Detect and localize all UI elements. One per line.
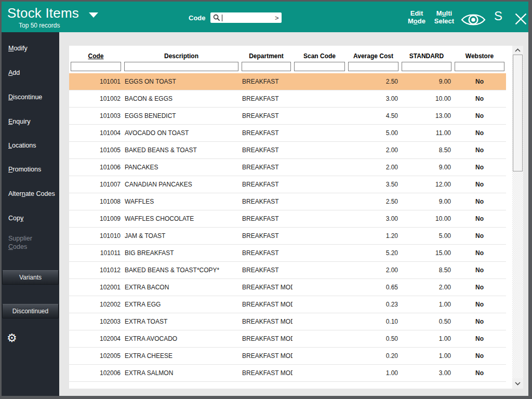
table-row[interactable]: 101005BAKED BEANS & TOASTBREAKFAST2.008.…	[69, 142, 506, 159]
column-header-department[interactable]: Department	[240, 46, 292, 61]
filter-cell	[123, 61, 240, 72]
sidebar-item-add[interactable]: Add	[8, 69, 20, 77]
cell-description: EXTRA SALMON	[123, 365, 240, 381]
search-go-button[interactable]: >	[274, 14, 279, 22]
visibility-eye-button[interactable]	[461, 12, 486, 30]
cell-standard: 12.00	[400, 176, 453, 193]
cell-standard: 10.00	[400, 210, 453, 227]
cell-department: BREAKFAST	[240, 73, 292, 90]
column-header-standard[interactable]: STANDARD	[400, 46, 453, 61]
filter-average-cost-input[interactable]	[348, 62, 398, 71]
scroll-down-button[interactable]	[512, 378, 523, 389]
cell-description: WAFFLES CHOCOLATE	[123, 210, 240, 227]
column-header-webstore[interactable]: Webstore	[453, 46, 506, 61]
table-row[interactable]: 102004EXTRA AVOCADOBREAKFAST MODS0.501.0…	[69, 330, 506, 348]
table-header-row: CodeDescriptionDepartmentScan CodeAverag…	[69, 46, 506, 61]
cell-standard: 9.00	[400, 193, 453, 210]
filter-cell	[400, 61, 453, 72]
sidebar-item-discontinue[interactable]: Discontinue	[8, 93, 42, 101]
cell-department: BREAKFAST	[240, 142, 292, 158]
cell-average-cost: 2.00	[347, 142, 400, 158]
sidebar-item-copy[interactable]: Copy	[8, 214, 23, 222]
column-header-scan-code[interactable]: Scan Code	[292, 46, 347, 61]
cell-standard: 1.00	[400, 330, 453, 347]
table-row[interactable]: 101006PANCAKESBREAKFAST2.009.00No	[69, 159, 506, 176]
cell-scan-code	[292, 228, 347, 244]
page-title: Stock Items	[7, 5, 79, 21]
title-dropdown-icon[interactable]	[89, 12, 98, 18]
cell-average-cost: 1.20	[347, 228, 400, 244]
discontinued-button[interactable]: Discontinued	[2, 304, 59, 318]
table-row[interactable]: 101009WAFFLES CHOCOLATEBREAKFAST3.0010.0…	[69, 210, 506, 228]
sidebar-item-promotions[interactable]: Promotions	[8, 165, 41, 174]
eye-icon	[461, 12, 486, 28]
search-input[interactable]	[222, 14, 274, 21]
cell-scan-code	[292, 313, 347, 330]
vertical-scrollbar[interactable]	[512, 46, 523, 389]
edit-mode-button[interactable]: Edit Mode	[401, 9, 433, 25]
table-row[interactable]: 101010JAM & TOASTBREAKFAST1.205.00No	[69, 228, 506, 245]
cell-department: BREAKFAST MODS	[240, 365, 292, 381]
filter-webstore-input[interactable]	[455, 62, 504, 71]
search-box[interactable]: >	[210, 12, 282, 23]
scroll-up-button[interactable]	[512, 46, 523, 55]
column-header-description[interactable]: Description	[123, 46, 240, 61]
cell-webstore: No	[453, 330, 506, 347]
cell-department: BREAKFAST MODS	[240, 279, 292, 296]
table-row[interactable]: 101002BACON & EGGSBREAKFAST3.0010.00No	[69, 90, 506, 108]
table-row[interactable]: 102005EXTRA CHEESEBREAKFAST MODS0.201.00…	[69, 348, 506, 365]
filter-cell	[453, 61, 506, 72]
filter-department-input[interactable]	[242, 62, 291, 71]
table-row[interactable]: 101012BAKED BEANS & TOAST*COPY*BREAKFAST…	[69, 262, 506, 279]
multi-select-button[interactable]: Multi Select	[429, 9, 460, 25]
cell-code: 102004	[69, 330, 123, 347]
cell-standard: 15.00	[400, 245, 453, 261]
cell-scan-code	[292, 365, 347, 381]
filter-standard-input[interactable]	[402, 62, 451, 71]
cell-webstore: No	[453, 296, 506, 313]
table-row[interactable]: 101007CANADIAN PANCAKESBREAKFAST3.5012.0…	[69, 176, 506, 193]
variants-button[interactable]: Variants	[2, 270, 59, 285]
cell-average-cost: 3.00	[347, 90, 400, 107]
table-row[interactable]: 101001EGGS ON TOASTBREAKFAST2.509.00No	[69, 73, 506, 90]
cell-webstore: No	[453, 210, 506, 227]
filter-cell	[347, 61, 400, 72]
filter-scan-code-input[interactable]	[294, 62, 345, 71]
sidebar-item-enquiry[interactable]: Enquiry	[8, 117, 30, 126]
sidebar-item-locations[interactable]: Locations	[8, 141, 36, 150]
cell-standard: 0.50	[400, 313, 453, 330]
table-row[interactable]: 102001EXTRA BACONBREAKFAST MODS0.652.00N…	[69, 279, 506, 296]
table-row[interactable]: 102002EXTRA EGGBREAKFAST MODS0.231.00No	[69, 296, 506, 313]
column-header-average-cost[interactable]: Average Cost	[347, 46, 400, 61]
search-block: Code >	[189, 12, 282, 23]
table-row[interactable]: 102006EXTRA SALMONBREAKFAST MODS1.003.00…	[69, 365, 506, 382]
cell-scan-code	[292, 210, 347, 227]
sidebar-item-alternate-codes[interactable]: Alternate Codes	[8, 190, 55, 198]
cell-description: EXTRA CHEESE	[123, 348, 240, 364]
cell-code: 101006	[69, 159, 123, 176]
cell-average-cost: 2.00	[347, 262, 400, 278]
settings-gear-button[interactable]: ⚙	[7, 332, 17, 344]
filter-description-input[interactable]	[124, 62, 238, 71]
cell-average-cost: 5.00	[347, 125, 400, 141]
cell-average-cost: 3.50	[347, 176, 400, 193]
cell-average-cost: 3.00	[347, 210, 400, 227]
table-row[interactable]: 101004AVOCADO ON TOASTBREAKFAST5.0011.00…	[69, 125, 506, 142]
scrollbar-thumb[interactable]	[513, 55, 523, 171]
table-row[interactable]: 102003EXTRA TOASTBREAKFAST MODS0.100.50N…	[69, 313, 506, 330]
close-button[interactable]	[514, 12, 527, 28]
cell-standard: 9.00	[400, 73, 453, 90]
sidebar-item-modify[interactable]: Modify	[8, 44, 28, 52]
s-button[interactable]: S	[494, 9, 502, 23]
column-header-code[interactable]: Code	[69, 46, 123, 61]
table-row[interactable]: 101011BIG BREAKFASTBREAKFAST5.2015.00No	[69, 245, 506, 262]
table-row[interactable]: 101003EGGS BENEDICTBREAKFAST4.5013.00No	[69, 108, 506, 125]
sidebar-item-supplier-codes: Supplier Codes	[8, 234, 32, 251]
filter-code-input[interactable]	[71, 62, 121, 71]
cell-webstore: No	[453, 193, 506, 210]
cell-webstore: No	[453, 142, 506, 158]
table-row[interactable]: 101008WAFFLESBREAKFAST2.509.00No	[69, 193, 506, 210]
cell-webstore: No	[453, 348, 506, 364]
cell-average-cost: 1.00	[347, 365, 400, 381]
cell-average-cost: 0.65	[347, 279, 400, 296]
